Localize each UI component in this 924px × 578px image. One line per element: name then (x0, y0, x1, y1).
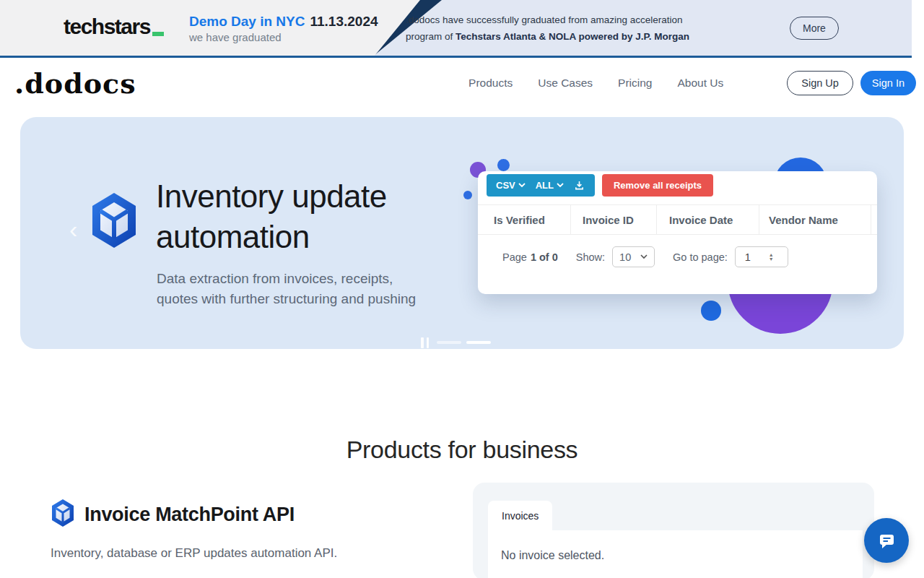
app-screenshot-card: CSV ALL Remove all receipts Is Verified … (478, 171, 877, 294)
nav-auth-buttons: Sign Up Sign In (787, 71, 916, 95)
techstars-underscore-mark (152, 32, 164, 36)
banner-message-line2: program of Techstars Atlanta & NOLA powe… (406, 29, 745, 46)
empty-state-text: No invoice selected. (501, 549, 863, 562)
goto-page-input[interactable] (736, 251, 764, 263)
sign-up-button[interactable]: Sign Up (787, 71, 853, 95)
download-icon (574, 180, 585, 191)
demo-day-title: Demo Day in NYC (189, 14, 305, 29)
goto-page-field: ▲▼ (735, 246, 788, 267)
page-label: Page (502, 251, 527, 263)
products-heading: Products for business (0, 436, 924, 464)
chevron-down-icon (518, 183, 526, 188)
column-header-invoice-id: Invoice ID (571, 205, 657, 234)
decor-circle-blue-tiny (463, 191, 472, 199)
more-button[interactable]: More (790, 17, 839, 40)
banner-message: .dodocs have successfully graduated from… (406, 12, 745, 45)
show-label: Show: (576, 251, 605, 263)
column-header-vendor-name: Vendor Name (759, 205, 871, 234)
goto-page-label: Go to page: (673, 251, 728, 263)
demo-day-block: Demo Day in NYC11.13.2024 we have gradua… (189, 13, 378, 43)
page-size-select[interactable]: 10 (612, 246, 655, 267)
techstars-wordmark: techstars (64, 16, 150, 38)
hero-title: Inventory update automation (156, 176, 387, 257)
main-nav: .dodocs Products Use Cases Pricing About… (0, 58, 924, 108)
chat-bubble-icon (876, 530, 897, 551)
banner-message-line1: .dodocs have successfully graduated from… (406, 12, 745, 29)
product-info: Invoice MatchPoint API Inventory, databa… (51, 499, 337, 561)
carousel-indicator-1[interactable] (437, 341, 461, 344)
carousel-prev-icon[interactable]: ‹ (69, 217, 77, 241)
page-value: 1 of 0 (531, 251, 558, 263)
nav-link-pricing[interactable]: Pricing (618, 77, 652, 90)
pagination-bar: Page 1 of 0 Show: 10 Go to page: ▲▼ (502, 246, 788, 267)
sign-in-button[interactable]: Sign In (860, 71, 916, 95)
chevron-down-icon (640, 254, 648, 259)
invoices-preview-card: Invoices No invoice selected. (473, 483, 874, 578)
nav-link-use-cases[interactable]: Use Cases (538, 77, 593, 90)
cube-hexagon-icon-small (51, 499, 75, 530)
promo-banner: techstars Demo Day in NYC11.13.2024 we h… (0, 0, 912, 58)
number-stepper[interactable]: ▲▼ (769, 253, 774, 262)
column-header-is-verified: Is Verified (478, 205, 571, 234)
column-header-invoice-date: Invoice Date (657, 205, 759, 234)
remove-all-receipts-button[interactable]: Remove all receipts (602, 174, 713, 197)
chevron-down-icon (557, 183, 564, 188)
demo-day-subtitle: we have graduated (189, 31, 378, 43)
carousel-pause-icon[interactable] (421, 337, 429, 348)
nav-link-products[interactable]: Products (468, 77, 513, 90)
decor-circle-blue-small (497, 159, 510, 171)
csv-dropdown[interactable]: CSV (496, 180, 526, 191)
tab-invoices[interactable]: Invoices (488, 501, 552, 530)
nav-links: Products Use Cases Pricing About Us (468, 77, 723, 90)
chat-launcher-button[interactable] (864, 518, 909, 563)
cube-hexagon-icon (90, 191, 139, 252)
nav-link-about-us[interactable]: About Us (677, 77, 723, 90)
hero-carousel: ‹ Inventory update automation Data extra… (20, 117, 904, 349)
decor-circle-blue-medium (701, 301, 721, 321)
all-dropdown[interactable]: ALL (536, 180, 564, 191)
hero-subtitle: Data extraction from invoices, receipts,… (157, 269, 416, 309)
export-button-group[interactable]: CSV ALL (487, 174, 595, 197)
table-header-row: Is Verified Invoice ID Invoice Date Vend… (478, 204, 877, 235)
techstars-logo: techstars (64, 16, 164, 38)
product-title: Invoice MatchPoint API (84, 504, 295, 526)
carousel-indicator-2[interactable] (466, 341, 491, 344)
invoices-panel: No invoice selected. (488, 530, 863, 578)
screenshot-toolbar: CSV ALL Remove all receipts (487, 174, 713, 197)
dodocs-logo[interactable]: .dodocs (14, 67, 136, 100)
banner-message-bold: Techstars Atlanta & NOLA powered by J.P.… (456, 31, 689, 42)
product-description: Inventory, database or ERP updates autom… (51, 546, 337, 561)
demo-day-date: 11.13.2024 (310, 14, 378, 29)
product-row: Invoice MatchPoint API Inventory, databa… (0, 483, 924, 578)
